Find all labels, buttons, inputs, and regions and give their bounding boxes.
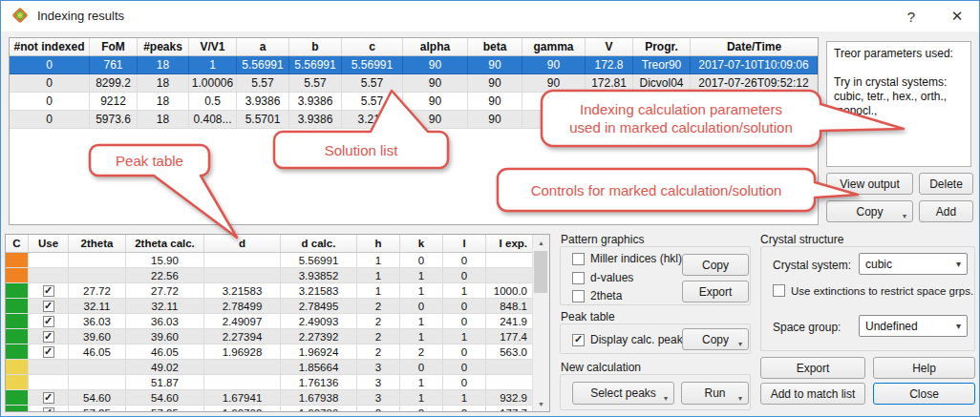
2theta-checkbox-row[interactable]: 2theta	[572, 289, 622, 302]
display-calc-peaks-row[interactable]: ✓ Display calc. peaks	[572, 333, 689, 346]
peak-row[interactable]: ✓ 32.11 32.11 2.78499 2.78495 2 0 0 848.…	[6, 299, 549, 314]
peak-cell-k: 2	[400, 344, 443, 360]
solution-row[interactable]: 0 9212 18 0.5 3.9386 3.9386 5.57 90 90 9…	[10, 93, 818, 111]
use-checkbox[interactable]: ✓	[43, 316, 54, 327]
pattern-export-button[interactable]: Export	[682, 281, 749, 302]
peak-header-cell[interactable]: C	[6, 235, 29, 252]
scroll-up-icon[interactable]: ▲	[533, 235, 549, 250]
peak-row[interactable]: ✓ 15.90 5.56991 1 0 0	[6, 253, 549, 268]
peak-cell-2theta: 39.60	[69, 329, 126, 344]
help-button-bottom[interactable]: Help	[873, 357, 975, 379]
solution-header-cell[interactable]: V/V1	[189, 38, 237, 55]
solution-row[interactable]: 0 8299.2 18 1.00006 5.57 5.57 5.57 90 90…	[10, 74, 818, 93]
status-color-swatch	[6, 253, 28, 267]
use-checkbox[interactable]: ✓	[43, 301, 54, 312]
peak-cell-d	[204, 253, 281, 268]
peak-header-cell[interactable]: l	[443, 235, 486, 252]
peak-cell-l: 0	[443, 360, 486, 375]
peak-row[interactable]: ✓ 39.60 39.60 2.27394 2.27392 2 1 1 177.…	[6, 329, 549, 344]
use-checkbox[interactable]: ✓	[43, 331, 54, 343]
peak-cell-d	[204, 375, 281, 390]
display-calc-peaks-checkbox[interactable]: ✓	[572, 334, 585, 346]
peak-row[interactable]: ✓ 22.56 3.93852 1 1 0	[6, 268, 549, 283]
dropdown-arrow-icon: ▾	[664, 394, 668, 403]
miller-indices-checkbox-row[interactable]: Miller indices (hkl)	[572, 252, 682, 265]
peak-cell-d	[204, 360, 281, 375]
solution-cell: 90	[403, 93, 468, 111]
scroll-down-icon[interactable]: ▼	[533, 396, 549, 411]
peak-row[interactable]: ✓ 46.05 46.05 1.96928 1.96924 2 2 0 563.…	[6, 344, 549, 360]
solution-header-cell[interactable]: gamma	[522, 38, 586, 55]
pattern-copy-button[interactable]: Copy	[682, 254, 749, 276]
extinctions-checkbox-row[interactable]: Use extinctions to restrict space grps.	[773, 284, 973, 297]
solution-cell: 5973.6	[90, 111, 138, 129]
2theta-checkbox[interactable]	[572, 290, 585, 302]
solution-row[interactable]: 0 5973.6 18 0.408... 5.5701 3.9386 3.215…	[10, 111, 818, 129]
solution-row[interactable]: 0 761 18 1 5.56991 5.56991 5.56991 90 90…	[10, 56, 818, 74]
peak-cell-d-calc: 5.56991	[281, 253, 357, 268]
add-to-match-list-button[interactable]: Add to match list	[760, 383, 865, 405]
d-values-checkbox[interactable]	[572, 272, 585, 284]
pattern-graphics-label: Pattern graphics	[561, 233, 644, 246]
chevron-down-icon: ▾	[956, 259, 961, 269]
select-peaks-button[interactable]: Select peaks▾	[572, 382, 674, 405]
peak-row[interactable]: ✓ 51.87 1.76136 3 1 0	[6, 375, 549, 390]
peak-header-cell[interactable]: k	[400, 235, 443, 252]
solution-header-cell[interactable]: Date/Time	[691, 38, 818, 55]
help-button[interactable]: ?	[897, 5, 926, 28]
solution-header-cell[interactable]: #not indexed	[10, 38, 90, 55]
use-checkbox[interactable]: ✓	[43, 392, 54, 404]
peak-row[interactable]: ✓ 54.60 54.60 1.67941 1.67938 3 1 1 932.…	[6, 390, 549, 406]
solution-header-cell[interactable]: b	[289, 38, 342, 55]
miller-indices-checkbox[interactable]	[572, 253, 585, 265]
check-icon: ✓	[574, 334, 583, 344]
close-icon[interactable]: ✕	[943, 5, 971, 28]
peak-header-cell[interactable]: Use	[29, 235, 69, 252]
peak-row[interactable]: ✓ 49.02 1.85664 3 0 0	[6, 360, 549, 375]
view-output-button[interactable]: View output	[826, 173, 913, 195]
peak-copy-button[interactable]: Copy▾	[682, 328, 749, 350]
crystal-system-select[interactable]: cubic ▾	[859, 253, 968, 275]
peak-header-cell[interactable]: 2theta	[69, 235, 126, 252]
peak-cell-k: 0	[400, 253, 443, 268]
peak-cell-d: 2.27394	[204, 329, 281, 344]
solution-header-cell[interactable]: V	[586, 38, 633, 55]
peak-row[interactable]: ✓ 27.72 27.72 3.21583 3.21583 1 1 1 1000…	[6, 283, 549, 299]
use-checkbox[interactable]: ✓	[43, 407, 54, 413]
peak-header-cell[interactable]: d calc.	[281, 235, 357, 252]
peak-header-cell[interactable]: 2theta calc.	[126, 235, 204, 252]
copy-solution-button[interactable]: Copy▾	[826, 200, 913, 222]
peak-cell-iexp	[486, 375, 533, 390]
solution-header-cell[interactable]: FoM	[90, 38, 138, 55]
peak-row[interactable]: ✓ 36.03 36.03 2.49097 2.49093 2 1 0 241.…	[6, 314, 549, 329]
check-icon: ✓	[44, 331, 53, 342]
peak-header-cell[interactable]: d	[204, 235, 281, 252]
peak-table-scrollbar[interactable]: ▲ ▼	[532, 235, 549, 411]
peak-cell-iexp: 848.1	[486, 299, 533, 314]
extinctions-checkbox[interactable]	[773, 284, 785, 297]
peak-row[interactable]: ✓ 57.25 57.25 1.60702 1.60780 2 2 2 177.…	[6, 406, 549, 412]
add-button[interactable]: Add	[919, 200, 973, 222]
solution-header-cell[interactable]: #peaks	[138, 38, 189, 55]
run-button[interactable]: Run▾	[681, 382, 749, 405]
export-button[interactable]: Export	[760, 357, 865, 379]
d-values-checkbox-row[interactable]: d-values	[572, 271, 633, 284]
solution-header-cell[interactable]: Progr.	[633, 38, 691, 55]
peak-cell-2theta-calc: 57.25	[126, 406, 204, 412]
use-checkbox[interactable]: ✓	[43, 285, 54, 297]
indexing-results-dialog: Indexing results ? ✕ #not indexed FoM #p…	[0, 0, 980, 417]
close-button[interactable]: Close	[873, 383, 975, 405]
status-color-swatch	[6, 406, 28, 412]
use-checkbox[interactable]: ✓	[43, 346, 54, 358]
solution-cell: 0	[10, 74, 90, 93]
solution-header-cell[interactable]: beta	[468, 38, 522, 55]
peak-header-cell[interactable]: h	[357, 235, 400, 252]
solution-header-cell[interactable]: c	[342, 38, 403, 55]
solution-header-cell[interactable]: a	[237, 38, 289, 55]
space-group-select[interactable]: Undefined ▾	[859, 315, 968, 337]
peak-cell-2theta: 54.60	[69, 390, 126, 406]
solution-header-cell[interactable]: alpha	[403, 38, 468, 55]
peak-header-cell[interactable]: I exp.	[486, 235, 533, 252]
scrollbar-thumb[interactable]	[534, 251, 547, 293]
delete-button[interactable]: Delete	[919, 173, 973, 195]
